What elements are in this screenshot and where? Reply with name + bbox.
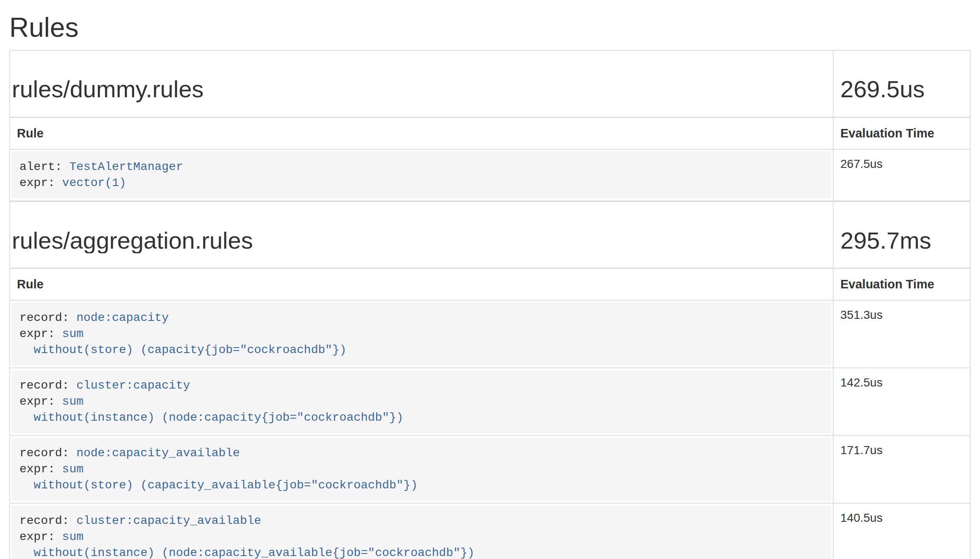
rule-evaluation-time: 142.5us — [833, 368, 970, 436]
rule-link[interactable]: vector(1) — [62, 176, 126, 189]
rule-definition: record: cluster:capacity expr: sum witho… — [12, 370, 831, 433]
rule-link[interactable]: node:capacity_available — [76, 447, 239, 460]
rule-link[interactable]: sum — [62, 395, 83, 408]
columns-header-row: Rule Evaluation Time — [10, 117, 970, 149]
rule-link[interactable]: without(instance) (node:capacity_availab… — [19, 546, 474, 559]
rule-link[interactable]: TestAlertManager — [69, 160, 183, 173]
rule-link[interactable]: without(store) (capacity{job="cockroachd… — [19, 343, 347, 356]
rules-page: Rules rules/dummy.rules 269.5us Rule Eva… — [0, 13, 980, 559]
group-header-row: rules/dummy.rules 269.5us — [10, 50, 970, 117]
rule-keyword: record: — [19, 379, 76, 392]
rule-link[interactable]: without(store) (capacity_available{job="… — [19, 479, 418, 492]
group-evaluation-time: 295.7ms — [840, 227, 963, 254]
rule-evaluation-time: 140.5us — [833, 503, 970, 559]
rule-definition: record: cluster:capacity_available expr:… — [12, 505, 831, 559]
rule-keyword: expr: — [19, 463, 62, 476]
group-evaluation-time: 269.5us — [840, 76, 963, 102]
rule-keyword: expr: — [19, 530, 62, 543]
rule-keyword: expr: — [19, 395, 62, 408]
group-file-title: rules/aggregation.rules — [12, 227, 826, 254]
group-file-title: rules/dummy.rules — [12, 76, 826, 102]
rule-link[interactable]: sum — [62, 530, 83, 543]
rule-column-header: Rule — [10, 117, 833, 149]
rule-row: alert: TestAlertManager expr: vector(1) … — [10, 149, 970, 201]
rule-definition: record: node:capacity_available expr: su… — [12, 438, 831, 501]
rule-column-header: Rule — [10, 269, 833, 300]
group-header-row: rules/aggregation.rules 295.7ms — [10, 202, 970, 269]
rule-keyword: expr: — [19, 176, 62, 189]
rule-keyword: record: — [19, 311, 76, 324]
rule-groups: rules/dummy.rules 269.5us Rule Evaluatio… — [9, 50, 971, 559]
rule-row: record: node:capacity_available expr: su… — [10, 436, 970, 503]
rule-link[interactable]: cluster:capacity — [76, 379, 190, 392]
rule-evaluation-time: 267.5us — [833, 149, 970, 201]
columns-header-row: Rule Evaluation Time — [10, 269, 970, 300]
rule-definition: alert: TestAlertManager expr: vector(1) — [12, 151, 831, 199]
rule-link[interactable]: cluster:capacity_available — [76, 514, 261, 527]
page-title: Rules — [9, 13, 971, 42]
rule-row: record: node:capacity expr: sum without(… — [10, 300, 970, 368]
rule-keyword: expr: — [19, 327, 62, 340]
evaluation-time-column-header: Evaluation Time — [833, 269, 970, 300]
rule-row: record: cluster:capacity expr: sum witho… — [10, 368, 970, 436]
rule-keyword: record: — [19, 514, 76, 527]
rule-link[interactable]: without(instance) (node:capacity{job="co… — [19, 411, 403, 424]
rule-evaluation-time: 351.3us — [833, 300, 970, 368]
rule-keyword: alert: — [19, 160, 69, 173]
rule-row: record: cluster:capacity_available expr:… — [10, 503, 970, 559]
rule-link[interactable]: node:capacity — [76, 311, 168, 324]
rule-group-table: rules/dummy.rules 269.5us Rule Evaluatio… — [9, 50, 971, 201]
rule-definition: record: node:capacity expr: sum without(… — [12, 302, 831, 366]
rule-keyword: record: — [19, 447, 76, 460]
rule-group-table: rules/aggregation.rules 295.7ms Rule Eva… — [9, 201, 971, 559]
evaluation-time-column-header: Evaluation Time — [833, 117, 970, 149]
rule-link[interactable]: sum — [62, 463, 83, 476]
rule-evaluation-time: 171.7us — [833, 436, 970, 503]
rule-link[interactable]: sum — [62, 327, 83, 340]
